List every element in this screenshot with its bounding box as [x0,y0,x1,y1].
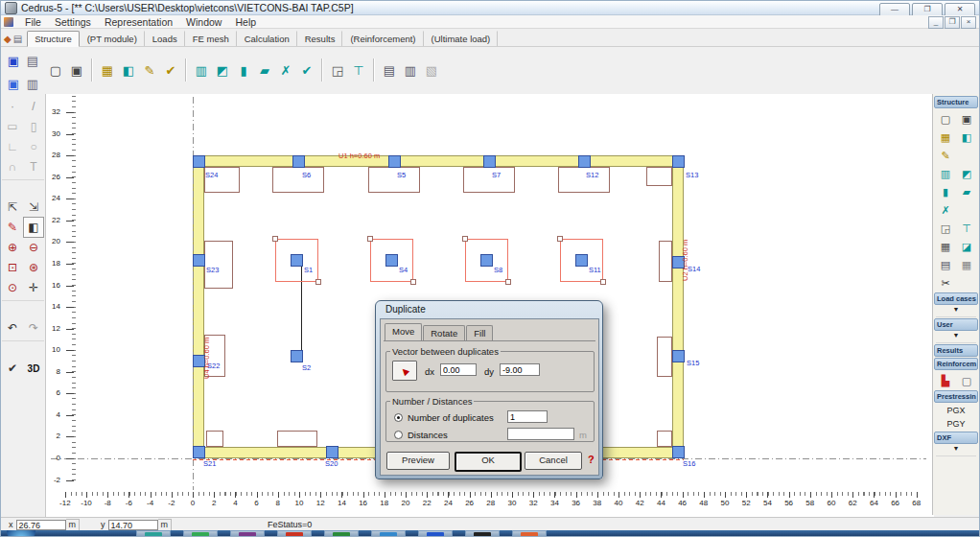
undo-icon[interactable]: ↶ [2,317,23,339]
view-3d-icon[interactable]: 3D [23,358,44,379]
menu-window[interactable]: Window [179,16,228,28]
tab-ultimateload[interactable]: (Ultimate load) [424,31,499,46]
panel-dropdown[interactable]: ▼ [936,332,976,343]
print-icon[interactable]: ▤ [13,34,22,44]
cancel-button[interactable]: Cancel [525,452,582,470]
column-s1[interactable] [291,254,303,267]
tab-femesh[interactable]: FE mesh [185,31,237,46]
taskbar-app-button[interactable] [418,530,453,537]
taskbar-app-button[interactable] [183,530,218,537]
dialog-tab-fill[interactable]: Fill [466,325,493,340]
mdi-minimize-button[interactable]: _ [928,16,944,29]
windows-taskbar[interactable] [1,530,979,537]
help-button[interactable]: ? [588,454,595,465]
menu-help[interactable]: Help [228,16,263,28]
column-s16[interactable] [672,446,685,458]
column-s23[interactable] [193,254,205,267]
dy-input[interactable] [500,363,540,376]
slab-edge-left[interactable] [193,155,204,458]
column-s13[interactable] [672,155,685,168]
column-tool-icon[interactable]: ▥ [935,164,956,183]
zoom-window-icon[interactable]: ⊡ [2,257,23,278]
circle-tool-icon[interactable]: ○ [23,136,44,157]
zoom-extents-icon[interactable]: ⊛ [23,257,44,278]
column-modify-icon[interactable]: ◩ [212,59,233,81]
grid-tool-icon[interactable]: ▦ [956,255,977,274]
text-tool-icon[interactable]: T [23,156,44,177]
new-document-icon[interactable]: ▢ [45,59,66,81]
edit-pen-icon[interactable]: ✎ [139,59,160,81]
column-s8[interactable] [480,254,493,267]
title-bar[interactable]: Cedrus-5 - [** C:\Users\USER\Desktop\vie… [1,1,979,15]
print-icon[interactable]: ▤ [22,50,43,71]
distances-radio[interactable] [394,431,403,439]
selection-handle[interactable] [410,279,416,285]
column-tool-icon[interactable]: ▥ [191,59,212,81]
slab-tool-icon[interactable]: ▦ [97,59,118,81]
taskbar-app-button[interactable] [136,530,171,537]
fill-tool-icon[interactable]: ◧ [23,217,44,238]
mdi-restore-button[interactable]: ❐ [945,16,960,29]
corner-tool-icon[interactable]: ◲ [935,219,956,238]
section-prestressing[interactable]: Prestressin [934,390,978,403]
dialog-tab-rotate[interactable]: Rotate [423,325,465,340]
pgy-button[interactable]: PGY [934,417,978,431]
save-all-icon[interactable]: ▣ [3,73,24,94]
column-s4[interactable] [385,254,398,267]
wall-tool-icon[interactable]: ▮ [935,182,956,201]
delete-element-icon[interactable]: ✗ [275,59,296,81]
redo-icon[interactable]: ↷ [23,317,44,339]
tab-results[interactable]: Results [297,31,343,46]
wall-tool-alt-icon[interactable]: ▰ [254,59,275,81]
confirm-elements-icon[interactable]: ✔ [296,59,317,81]
new-sheet-icon[interactable]: ▢ [935,109,956,128]
rectangle-alt-tool-icon[interactable]: ▯ [23,116,44,137]
mdi-close-button[interactable]: × [961,16,976,29]
line-tool-icon[interactable]: / [23,96,44,117]
pt-box-icon[interactable]: ▣ [956,109,977,128]
column-s21[interactable] [193,446,205,458]
selection-handle[interactable] [557,236,563,242]
section-structure[interactable]: Structure [934,96,978,108]
menu-representation[interactable]: Representation [98,16,179,28]
column-s7[interactable] [483,155,496,168]
apply-icon[interactable]: ◆ [4,34,12,44]
selection-handle[interactable] [315,279,321,285]
tab-calculation[interactable]: Calculation [237,31,297,46]
results-chart-icon[interactable]: ▙ [935,371,956,390]
slab-edge-top[interactable] [193,155,684,167]
report-document-icon[interactable]: ▤ [379,59,400,81]
distances-input[interactable] [507,428,574,440]
cut-tool-icon[interactable]: ✂ [935,273,956,292]
column-s20[interactable] [326,446,338,458]
zoom-in-icon[interactable]: ⊕ [2,237,23,258]
column-s12[interactable] [578,155,591,168]
zoom-out-icon[interactable]: ⊖ [23,237,44,258]
polygon-tool-icon[interactable]: ∟ [2,136,23,157]
taskbar-app-button[interactable] [465,530,500,537]
column-s15[interactable] [672,350,685,362]
slab-modify-icon[interactable]: ◧ [956,128,977,147]
section-dxf[interactable]: DXF [934,432,978,444]
select-rotate-tool-icon[interactable]: ⇲ [23,197,44,218]
select-vertices-tool-icon[interactable]: ⇱ [2,197,23,218]
slab-modify-icon[interactable]: ◧ [118,59,139,81]
tab-ptmodule[interactable]: (PT module) [80,31,145,46]
tab-reinforcement[interactable]: (Reinforcement) [342,31,423,46]
mesh-modify-icon[interactable]: ◪ [956,237,977,256]
slab-tool-icon[interactable]: ▦ [935,128,956,147]
selection-handle[interactable] [600,279,606,285]
wall-tool-alt-icon[interactable]: ▰ [956,182,977,201]
dialog-tab-move[interactable]: Move [385,323,422,340]
taskbar-app-button[interactable] [512,530,547,537]
menu-file[interactable]: File [18,16,48,28]
number-of-duplicates-radio[interactable] [394,413,403,422]
panel-dropdown[interactable]: ▼ [936,445,976,456]
table-tool-icon[interactable]: ▤ [935,255,956,274]
wall-tool-icon[interactable]: ▮ [233,59,254,81]
selection-handle[interactable] [367,236,373,242]
selection-handle[interactable] [272,236,278,242]
save-icon[interactable]: ▣ [3,50,24,71]
report-check-icon[interactable]: ▥ [400,59,421,81]
section-user[interactable]: User [934,318,978,331]
